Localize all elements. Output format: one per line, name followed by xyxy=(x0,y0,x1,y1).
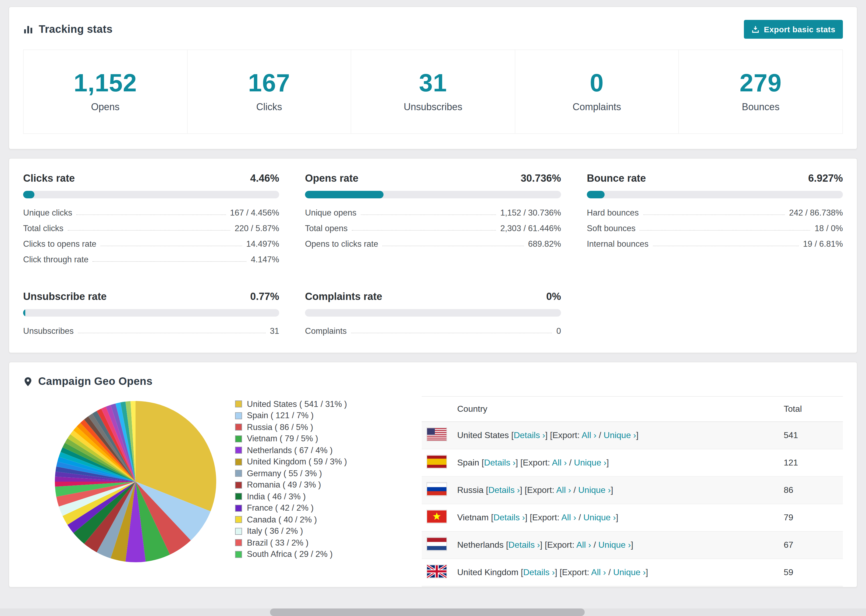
legend-swatch xyxy=(235,505,242,512)
progress-fill xyxy=(23,191,35,198)
rate-row: Soft bounces18 / 0% xyxy=(587,220,843,236)
dotted-leader xyxy=(352,230,496,231)
geo-opens-title: Campaign Geo Opens xyxy=(38,375,153,388)
country-cell: Spain [Details ›] [Export: All › / Uniqu… xyxy=(452,449,778,476)
legend-label: Italy ( 36 / 2% ) xyxy=(247,526,303,536)
flag-cell xyxy=(422,504,452,531)
rate-row-label: Internal bounces xyxy=(587,239,649,248)
legend-item-united-states: United States ( 541 / 31% ) xyxy=(235,398,415,410)
rate-row-value: 242 / 86.738% xyxy=(789,208,843,217)
flag-cell xyxy=(422,422,452,449)
progress-bar xyxy=(23,309,279,317)
tracking-stats-header: Tracking stats Export basic stats xyxy=(23,20,843,39)
export-all-link[interactable]: All › xyxy=(581,431,596,440)
export-all-link[interactable]: All › xyxy=(576,540,591,549)
legend-item-india: India ( 46 / 3% ) xyxy=(235,491,415,502)
geo-opens-pie-chart[interactable] xyxy=(52,398,219,565)
rate-row: Hard bounces242 / 86.738% xyxy=(587,205,843,220)
stat-label: Opens xyxy=(24,102,187,113)
country-total: 79 xyxy=(778,504,843,531)
legend-item-south-africa: South Africa ( 29 / 2% ) xyxy=(235,548,415,560)
details-link[interactable]: Details › xyxy=(508,540,540,549)
export-unique-link[interactable]: Unique › xyxy=(574,458,606,467)
geo-table-header-row: Country Total xyxy=(422,396,843,422)
stat-value: 279 xyxy=(679,68,842,97)
geo-opens-content: United States ( 541 / 31% )Spain ( 121 /… xyxy=(23,396,843,588)
export-basic-stats-button[interactable]: Export basic stats xyxy=(744,20,843,39)
dotted-leader xyxy=(78,333,266,333)
legend-label: South Africa ( 29 / 2% ) xyxy=(247,550,333,559)
rate-percentage: 0% xyxy=(546,291,561,303)
country-total: 86 xyxy=(778,476,843,504)
legend-swatch xyxy=(235,424,242,431)
rate-head: Clicks rate4.46% xyxy=(23,173,279,184)
country-name: United States xyxy=(457,431,511,440)
progress-bar xyxy=(305,191,561,198)
legend-swatch xyxy=(235,435,242,442)
export-unique-link[interactable]: Unique › xyxy=(613,567,646,577)
country-cell: United States [Details ›] [Export: All ›… xyxy=(452,422,778,449)
country-cell: United Kingdom [Details ›] [Export: All … xyxy=(452,559,778,586)
flag-cell xyxy=(422,531,452,559)
rate-row: Total opens2,303 / 61.446% xyxy=(305,220,561,236)
progress-bar xyxy=(587,191,843,198)
horizontal-scrollbar-thumb[interactable] xyxy=(270,608,585,616)
flag-ru-icon xyxy=(427,483,446,496)
legend-item-france: France ( 42 / 2% ) xyxy=(235,502,415,514)
rate-section-bounce-rate: Bounce rate6.927%Hard bounces242 / 86.73… xyxy=(587,173,843,267)
dotted-leader xyxy=(640,230,810,231)
rate-title: Clicks rate xyxy=(23,173,75,184)
legend-item-russia: Russia ( 86 / 5% ) xyxy=(235,421,415,433)
details-link[interactable]: Details › xyxy=(493,513,525,522)
details-link[interactable]: Details › xyxy=(484,458,516,467)
export-icon xyxy=(751,25,759,33)
export-all-link[interactable]: All › xyxy=(556,486,571,495)
legend-label: France ( 42 / 2% ) xyxy=(247,503,313,513)
rate-row-value: 31 xyxy=(270,326,279,336)
stat-label: Bounces xyxy=(679,102,842,113)
legend-label: Romania ( 49 / 3% ) xyxy=(247,480,321,490)
stat-label: Clicks xyxy=(187,102,351,113)
rate-row-label: Complaints xyxy=(305,326,347,336)
export-all-link[interactable]: All › xyxy=(552,458,567,467)
dotted-leader xyxy=(361,214,496,215)
country-cell: Vietnam [Details ›] [Export: All › / Uni… xyxy=(452,504,778,531)
legend-label: United States ( 541 / 31% ) xyxy=(247,399,347,409)
stat-box-complaints: 0Complaints xyxy=(515,50,679,133)
legend-label: Canada ( 40 / 2% ) xyxy=(247,515,317,525)
export-unique-link[interactable]: Unique › xyxy=(598,540,631,549)
export-unique-link[interactable]: Unique › xyxy=(578,486,611,495)
legend-item-italy: Italy ( 36 / 2% ) xyxy=(235,525,415,537)
rate-row-label: Soft bounces xyxy=(587,223,636,233)
legend-swatch xyxy=(235,482,242,489)
tracking-stats-card: Tracking stats Export basic stats 1,152O… xyxy=(9,6,857,149)
rate-row-label: Hard bounces xyxy=(587,208,639,217)
country-name: Netherlands xyxy=(457,540,506,549)
stat-value: 1,152 xyxy=(24,68,187,97)
export-all-link[interactable]: All › xyxy=(591,567,606,577)
legend-swatch xyxy=(235,470,242,477)
flag-nl-icon xyxy=(427,537,446,550)
details-link[interactable]: Details › xyxy=(514,431,545,440)
geo-table-row-united-states: United States [Details ›] [Export: All ›… xyxy=(422,422,843,449)
stat-value: 31 xyxy=(351,68,515,97)
rate-percentage: 30.736% xyxy=(521,173,561,184)
horizontal-scrollbar-track[interactable] xyxy=(0,608,866,616)
export-all-link[interactable]: All › xyxy=(561,513,576,522)
legend-label: Russia ( 86 / 5% ) xyxy=(247,423,313,432)
rate-row-label: Unique clicks xyxy=(23,208,72,217)
dotted-leader xyxy=(383,246,524,246)
stat-box-opens: 1,152Opens xyxy=(24,50,187,133)
export-unique-link[interactable]: Unique › xyxy=(603,431,636,440)
legend-swatch xyxy=(235,459,242,465)
rate-row-label: Click through rate xyxy=(23,255,88,264)
flag-column-header xyxy=(422,396,452,422)
export-unique-link[interactable]: Unique › xyxy=(583,513,616,522)
map-pin-icon xyxy=(23,376,33,387)
geo-opens-header: Campaign Geo Opens xyxy=(23,375,843,388)
details-link[interactable]: Details › xyxy=(488,486,520,495)
dotted-leader xyxy=(101,246,242,246)
details-link[interactable]: Details › xyxy=(523,567,555,577)
country-name: Vietnam xyxy=(457,513,491,522)
bar-chart-icon xyxy=(23,24,33,35)
